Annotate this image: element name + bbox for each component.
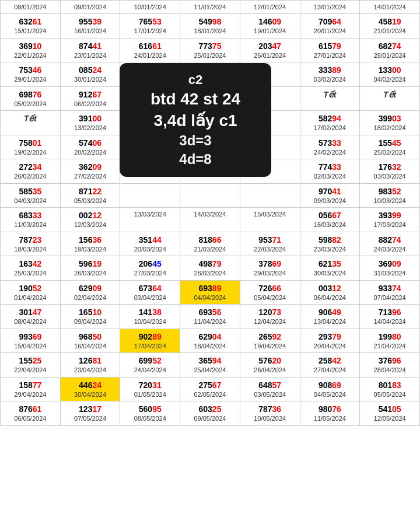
cell-date-text: 07/05/2024 — [62, 414, 119, 422]
table-cell-r9-c0: 7872318/03/2024 — [1, 232, 61, 256]
table-cell-r9-c1: 1563619/03/2024 — [60, 232, 120, 256]
table-cell-r1-c6: 6827428/01/2024 — [360, 38, 420, 62]
table-cell-r10-c1: 5961926/03/2024 — [60, 256, 120, 280]
cell-date-text: 16/04/2024 — [62, 342, 119, 350]
cell-number-text: 77375 — [181, 41, 239, 51]
cell-number-text: 95371 — [242, 235, 299, 245]
cell-number-text: 16510 — [62, 307, 119, 317]
cell-number-text: 59619 — [62, 259, 119, 269]
cell-number-text: 26592 — [242, 331, 299, 342]
cell-number-text: 57406 — [62, 138, 119, 148]
table-cell-r7-c6: 9835210/03/2024 — [360, 183, 420, 207]
cell-date-text: 30/03/2024 — [302, 269, 359, 277]
table-cell-r4-c0: Tết — [1, 111, 61, 135]
header-cell-0: 08/01/2024 — [1, 1, 61, 14]
cell-date-text: 28/01/2024 — [361, 51, 418, 60]
cell-date-text: 18/04/2024 — [181, 342, 239, 350]
cell-number-text: 78736 — [242, 404, 299, 414]
table-cell-r3-c1: 9126706/02/2024 — [60, 86, 120, 110]
cell-date-text: 29/04/2024 — [2, 390, 59, 399]
table-cell-r0-c5: 7096420/01/2024 — [300, 14, 360, 38]
cell-date-text: 19/04/2024 — [242, 342, 299, 350]
cell-date-text: 19/03/2024 — [62, 245, 119, 253]
cell-date-text: 12/03/2024 — [62, 221, 119, 229]
table-cell-r11-c2: 6736403/04/2024 — [120, 280, 180, 304]
cell-date-text: 15/01/2024 — [2, 27, 59, 35]
cell-date-text: 14/04/2024 — [361, 317, 418, 326]
cell-number-text: 99369 — [2, 331, 59, 342]
table-cell-r11-c5: 0031206/04/2024 — [300, 280, 360, 304]
table-cell-r0-c2: 7655317/01/2024 — [120, 14, 180, 38]
table-cell-r1-c3: 7737525/01/2024 — [180, 38, 240, 62]
cell-date-text: 25/02/2024 — [361, 148, 418, 156]
cell-date-text: 24/04/2024 — [121, 366, 178, 374]
table-cell-r1-c2: 6166124/01/2024 — [120, 38, 180, 62]
table-cell-r10-c4: 3786929/03/2024 — [240, 256, 300, 280]
table-cell-r0-c0: 6326115/01/2024 — [1, 14, 61, 38]
table-cell-r10-c3: 4987928/03/2024 — [180, 256, 240, 280]
cell-number-text: 69876 — [2, 89, 59, 100]
table-row: 8766106/05/20241231707/05/20245609508/05… — [1, 401, 420, 425]
table-cell-r13-c3: 6290418/04/2024 — [180, 329, 240, 352]
table-cell-r11-c1: 6290902/04/2024 — [60, 280, 120, 304]
cell-date-text: 01/04/2024 — [2, 294, 59, 302]
cell-number-text: 13300 — [361, 65, 418, 75]
cell-date-text: 03/05/2024 — [242, 390, 299, 399]
cell-number-text: 30147 — [2, 307, 59, 317]
cell-date-text: 18/02/2024 — [361, 124, 418, 132]
table-row: 1634225/03/20245961926/03/20242064527/03… — [1, 256, 420, 280]
cell-number-text: 98076 — [302, 404, 359, 414]
table-cell-r4-c1: 3910013/02/2024 — [60, 111, 120, 135]
table-cell-r16-c1: 1231707/05/2024 — [60, 401, 120, 425]
cell-date-text: 27/01/2024 — [302, 51, 359, 60]
table-row: 3691022/01/20248744123/01/20246166124/01… — [1, 38, 420, 62]
cell-date-text: 05/05/2024 — [361, 390, 418, 399]
overlay-popup: c2 btd 42 st 24 3,4d lấy c1 3d=3 4d=8 — [120, 63, 271, 177]
cell-number-text: 64857 — [242, 380, 299, 390]
cell-number-text: 27234 — [2, 162, 59, 172]
header-cell-6: 14/01/2024 — [360, 1, 420, 14]
cell-date-text: 18/03/2024 — [2, 245, 59, 253]
cell-date-text: 03/02/2024 — [302, 75, 359, 83]
cell-date-text: 29/03/2024 — [242, 269, 299, 277]
table-cell-r11-c4: 7266605/04/2024 — [240, 280, 300, 304]
cell-date-text: 08/05/2024 — [121, 414, 178, 422]
cell-number-text: 87441 — [62, 41, 119, 51]
cell-number-text: 78723 — [2, 235, 59, 245]
cell-number-text: 58535 — [2, 186, 59, 197]
table-cell-r6-c6: 1763203/03/2024 — [360, 159, 420, 183]
cell-number-text: 62904 — [181, 331, 239, 342]
table-row: 5853504/03/20248712205/03/20249704109/03… — [1, 183, 420, 207]
cell-date-text: 17/03/2024 — [361, 221, 418, 229]
header-cell-4: 12/01/2024 — [240, 1, 300, 14]
table-cell-r8-c0: 6833311/03/2024 — [1, 208, 61, 232]
cell-number-text: 61579 — [302, 41, 359, 51]
cell-number-text: 14138 — [121, 307, 178, 317]
cell-date-text: 02/05/2024 — [181, 390, 239, 399]
cell-date-text: 23/01/2024 — [62, 51, 119, 60]
table-cell-r16-c2: 5609508/05/2024 — [120, 401, 180, 425]
cell-number-text: 87122 — [62, 186, 119, 197]
cell-date-text: 02/04/2024 — [62, 294, 119, 302]
cell-date-text: 10/03/2024 — [361, 197, 418, 205]
cell-date-text: 13/02/2024 — [62, 124, 119, 132]
table-cell-r12-c5: 9064913/04/2024 — [300, 305, 360, 329]
cell-date-text: 03/04/2024 — [121, 294, 178, 302]
table-cell-r8-c3: 14/03/2024 — [180, 208, 240, 232]
cell-number-text: 15525 — [2, 355, 59, 366]
cell-number-text: 87661 — [2, 404, 59, 414]
cell-number-text: 80183 — [361, 380, 418, 390]
cell-number-text: 08524 — [62, 65, 119, 75]
cell-number-text: 14609 — [242, 16, 299, 27]
cell-date-text: 24/01/2024 — [121, 51, 178, 60]
cell-number-text: 69952 — [121, 355, 178, 366]
table-cell-r13-c0: 9936915/04/2024 — [1, 329, 61, 352]
table-cell-r4-c5: 5829417/02/2024 — [300, 111, 360, 135]
cell-date-text: 23/03/2024 — [302, 245, 359, 253]
cell-date-text: 05/02/2024 — [2, 100, 59, 108]
table-cell-r14-c4: 5762026/04/2024 — [240, 353, 300, 377]
cell-number-text: 05667 — [302, 210, 359, 221]
table-cell-r0-c3: 5499818/01/2024 — [180, 14, 240, 38]
cell-date-text: 18/01/2024 — [181, 27, 239, 35]
cell-date-text: 06/04/2024 — [302, 294, 359, 302]
